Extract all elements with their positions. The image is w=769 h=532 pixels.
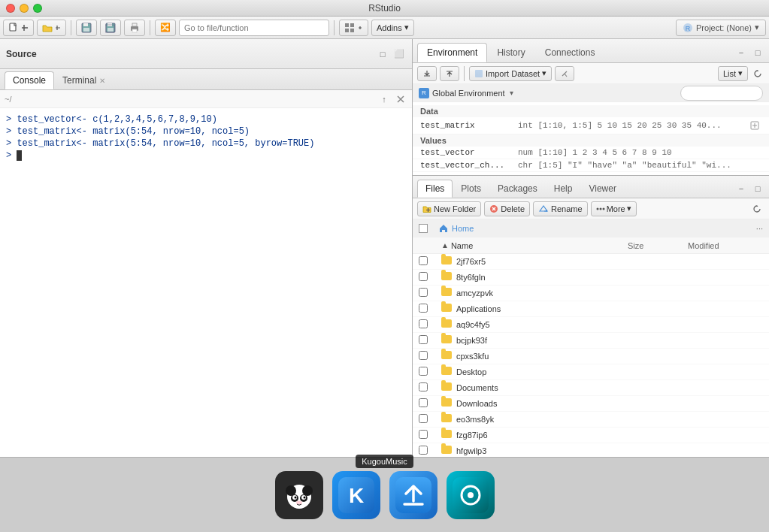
file-checkbox[interactable]	[419, 288, 441, 298]
file-checkbox[interactable]	[419, 304, 441, 314]
console-body[interactable]: > test_vector<- c(1,2,3,4,5,6,7,8,9,10) …	[0, 108, 412, 457]
file-row[interactable]: Downloads	[413, 396, 769, 412]
file-checkbox[interactable]	[419, 446, 441, 456]
file-checkbox[interactable]	[419, 272, 441, 283]
broom-button[interactable]	[555, 66, 574, 81]
terminal-close-icon[interactable]: ✕	[99, 77, 105, 85]
breadcrumb-more-options[interactable]: ···	[756, 224, 763, 233]
file-name: fzg87ip6	[456, 431, 628, 440]
global-env-bar[interactable]: R Global Environment ▾	[413, 84, 769, 102]
file-row[interactable]: bcjpk93f	[413, 333, 769, 349]
env-row-test-vector-ch[interactable]: test_vector_ch... chr [1:5] "I" "have" "…	[413, 159, 769, 172]
file-name: 8ty6fgln	[456, 273, 628, 282]
tab-plots[interactable]: Plots	[453, 180, 489, 198]
header-name-col[interactable]: ▲ Name	[441, 241, 628, 250]
dock-item-cyan[interactable]	[447, 471, 495, 519]
tab-packages[interactable]: Packages	[489, 180, 546, 198]
file-row[interactable]: eo3ms8yk	[413, 412, 769, 428]
console-scroll-up-icon[interactable]: ↑	[377, 92, 391, 106]
file-row[interactable]: 8ty6fgln	[413, 270, 769, 286]
file-checkbox[interactable]	[419, 398, 441, 409]
file-row[interactable]: Documents	[413, 380, 769, 396]
tab-terminal[interactable]: Terminal ✕	[54, 71, 114, 89]
save-button[interactable]	[76, 20, 97, 36]
file-row[interactable]: 2jf76xr5	[413, 254, 769, 270]
close-button[interactable]	[6, 4, 15, 13]
file-row[interactable]: Applications	[413, 301, 769, 317]
file-row[interactable]: cpxs3kfu	[413, 349, 769, 364]
files-minimize-icon[interactable]: −	[734, 182, 748, 195]
file-row[interactable]: aq9c4fy5	[413, 317, 769, 333]
env-expand-test-matrix[interactable]	[748, 119, 761, 132]
env-save-button[interactable]	[440, 66, 459, 81]
tab-connections[interactable]: Connections	[535, 43, 605, 62]
env-row-test-vector[interactable]: test_vector num [1:10] 1 2 3 4 5 6 7 8 9…	[413, 147, 769, 159]
addins-button[interactable]: Addins ▾	[371, 20, 414, 36]
env-load-button[interactable]	[417, 66, 437, 81]
file-checkbox[interactable]	[419, 430, 441, 440]
source-expand-button[interactable]: ⬜	[392, 47, 406, 61]
source-collapse-button[interactable]: □	[376, 47, 389, 61]
app-title: RStudio	[368, 3, 401, 14]
file-row[interactable]: amcyzpvk	[413, 286, 769, 301]
console-path: ~/	[5, 95, 11, 104]
tab-files[interactable]: Files	[417, 180, 453, 198]
files-refresh-button[interactable]	[749, 201, 764, 216]
file-checkbox[interactable]	[419, 319, 441, 330]
grid-view-button[interactable]	[339, 20, 368, 36]
env-search-input[interactable]	[680, 86, 763, 101]
list-view-button[interactable]: List ▾	[718, 66, 748, 81]
kugou-app-icon[interactable]: K	[332, 471, 380, 519]
folder-icon	[441, 272, 453, 283]
env-minimize-icon[interactable]: −	[734, 46, 748, 59]
svg-rect-6	[107, 28, 114, 32]
minimize-button[interactable]	[20, 4, 29, 13]
file-checkbox[interactable]	[419, 335, 441, 346]
new-folder-button[interactable]: New Folder	[417, 201, 481, 216]
file-checkbox[interactable]	[419, 256, 441, 267]
file-row[interactable]: hfgwilp3	[413, 443, 769, 457]
dock-item-upload[interactable]	[389, 471, 437, 519]
tab-history[interactable]: History	[487, 43, 534, 62]
files-toolbar: New Folder Delete Rename More ▾	[413, 198, 769, 219]
panda-app-icon[interactable]	[275, 471, 323, 519]
file-row[interactable]: Desktop	[413, 364, 769, 380]
breadcrumb-checkbox[interactable]	[419, 224, 428, 233]
import-dataset-button[interactable]: Import Dataset ▾	[469, 66, 552, 81]
print-button[interactable]	[124, 20, 145, 36]
file-checkbox[interactable]	[419, 414, 441, 425]
goto-file-button[interactable]: 🔀	[155, 20, 176, 36]
tab-console[interactable]: Console	[5, 71, 54, 89]
window-controls[interactable]	[6, 4, 42, 13]
header-modified-col: Modified	[688, 241, 763, 250]
files-maximize-icon[interactable]: □	[751, 182, 764, 195]
dock-item-panda[interactable]	[275, 471, 323, 519]
dock-item-kugou[interactable]: K	[332, 471, 380, 519]
file-checkbox[interactable]	[419, 367, 441, 377]
file-checkbox[interactable]	[419, 351, 441, 361]
new-file-button[interactable]	[3, 20, 34, 36]
env-maximize-icon[interactable]: □	[751, 46, 764, 59]
file-row[interactable]: fzg87ip6	[413, 428, 769, 443]
cyan-app-icon[interactable]	[447, 471, 495, 519]
maximize-button[interactable]	[33, 4, 42, 13]
console-clear-icon[interactable]	[394, 92, 407, 106]
file-checkbox[interactable]	[419, 382, 441, 393]
goto-file-input[interactable]	[179, 20, 329, 36]
folder-icon	[441, 256, 453, 267]
delete-button[interactable]: Delete	[484, 201, 530, 216]
save-all-button[interactable]	[100, 20, 121, 36]
tab-environment[interactable]: Environment	[417, 43, 487, 62]
env-row-test-matrix[interactable]: test_matrix int [1:10, 1:5] 5 10 15 20 2…	[413, 117, 769, 135]
more-button[interactable]: More ▾	[591, 201, 637, 216]
breadcrumb-home[interactable]: Home	[452, 224, 474, 233]
rename-button[interactable]: Rename	[533, 201, 588, 216]
tab-help[interactable]: Help	[546, 180, 581, 198]
project-selector[interactable]: R Project: (None) ▾	[676, 20, 766, 36]
folder-icon	[441, 382, 453, 393]
open-file-button[interactable]	[37, 20, 66, 36]
env-body: Data test_matrix int [1:10, 1:5] 5 10 15…	[413, 102, 769, 175]
upload-app-icon[interactable]	[389, 471, 437, 519]
tab-viewer[interactable]: Viewer	[580, 180, 624, 198]
env-refresh-icon[interactable]	[751, 67, 764, 80]
